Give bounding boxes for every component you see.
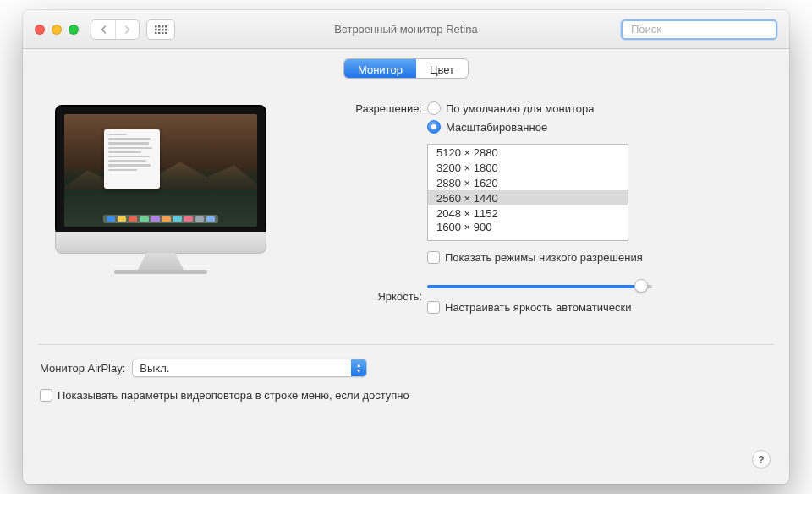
- resolution-option[interactable]: 5120 × 2880: [428, 145, 628, 160]
- search-field[interactable]: [621, 19, 777, 40]
- airplay-row: Монитор AirPlay: Выкл. ▲▼: [40, 359, 772, 377]
- main-grid: Разрешение: По умолчанию для монитора Ма…: [38, 78, 774, 321]
- brightness-slider[interactable]: [427, 279, 652, 293]
- settings-column: Разрешение: По умолчанию для монитора Ма…: [309, 101, 774, 321]
- auto-brightness-row[interactable]: Настраивать яркость автоматически: [427, 301, 652, 314]
- svg-rect-1: [158, 25, 161, 28]
- radio-icon: [427, 120, 441, 134]
- airplay-value: Выкл.: [133, 362, 351, 375]
- bottom-section: Монитор AirPlay: Выкл. ▲▼ Показывать пар…: [38, 359, 774, 402]
- brightness-row: Яркость: Настраивать яркость автоматичес…: [309, 277, 765, 314]
- close-icon[interactable]: [35, 25, 45, 35]
- divider: [38, 344, 774, 345]
- resolution-option[interactable]: 2560 × 1440: [428, 190, 628, 205]
- svg-rect-10: [162, 32, 164, 34]
- resolution-label: Разрешение:: [309, 101, 427, 115]
- airplay-label: Монитор AirPlay:: [40, 362, 125, 375]
- svg-rect-8: [155, 32, 157, 34]
- svg-rect-9: [158, 32, 161, 34]
- auto-brightness-label: Настраивать яркость автоматически: [445, 301, 631, 314]
- tab-color[interactable]: Цвет: [416, 59, 468, 78]
- display-preview: [38, 101, 283, 321]
- content-area: Монитор Цвет: [23, 49, 789, 484]
- show-low-res-row[interactable]: Показать режимы низкого разрешения: [427, 251, 643, 264]
- window-controls: [35, 25, 79, 35]
- show-low-res-label: Показать режимы низкого разрешения: [445, 251, 643, 264]
- resolution-option[interactable]: 2048 × 1152: [428, 205, 628, 221]
- svg-rect-6: [162, 29, 164, 31]
- svg-rect-4: [155, 29, 157, 31]
- zoom-icon[interactable]: [69, 25, 79, 35]
- airplay-select[interactable]: Выкл. ▲▼: [132, 359, 367, 377]
- radio-default[interactable]: По умолчанию для монитора: [427, 101, 643, 115]
- svg-rect-2: [162, 25, 164, 28]
- tab-monitor[interactable]: Монитор: [344, 59, 416, 78]
- tab-segment: Монитор Цвет: [344, 59, 468, 78]
- checkbox-icon: [40, 389, 52, 402]
- resolution-option[interactable]: 1600 × 900: [428, 221, 628, 231]
- resolution-option[interactable]: 3200 × 1800: [428, 160, 628, 175]
- tab-bar: Монитор Цвет: [38, 59, 774, 78]
- search-input[interactable]: [631, 23, 773, 36]
- titlebar: Встроенный монитор Retina: [23, 10, 789, 49]
- nav-segment: [91, 19, 140, 40]
- preferences-window: Встроенный монитор Retina Монитор Цвет: [23, 10, 789, 484]
- forward-button[interactable]: [115, 20, 139, 39]
- resolution-row: Разрешение: По умолчанию для монитора Ма…: [309, 101, 765, 264]
- radio-scaled[interactable]: Масштабированное: [427, 120, 643, 134]
- resolution-list[interactable]: 5120 × 28803200 × 18002880 × 16202560 × …: [427, 144, 628, 241]
- svg-rect-11: [165, 32, 167, 34]
- mirroring-row[interactable]: Показывать параметры видеоповтора в стро…: [40, 389, 772, 402]
- help-button[interactable]: ?: [752, 450, 771, 468]
- svg-rect-3: [165, 25, 167, 28]
- brightness-label: Яркость:: [309, 289, 427, 303]
- radio-default-label: По умолчанию для монитора: [446, 102, 594, 115]
- checkbox-icon: [427, 251, 440, 264]
- radio-icon: [427, 101, 441, 115]
- mirroring-label: Показывать параметры видеоповтора в стро…: [58, 389, 409, 402]
- select-stepper-icon: ▲▼: [351, 359, 366, 376]
- svg-rect-5: [158, 29, 161, 31]
- svg-rect-0: [155, 25, 157, 28]
- svg-rect-7: [165, 29, 167, 31]
- resolution-option[interactable]: 2880 × 1620: [428, 175, 628, 190]
- grid-icon: [155, 25, 167, 34]
- show-all-button[interactable]: [146, 19, 175, 40]
- radio-scaled-label: Масштабированное: [446, 121, 547, 134]
- back-button[interactable]: [91, 20, 115, 39]
- checkbox-icon: [427, 301, 440, 314]
- imac-illustration: [55, 105, 266, 274]
- minimize-icon[interactable]: [52, 25, 62, 35]
